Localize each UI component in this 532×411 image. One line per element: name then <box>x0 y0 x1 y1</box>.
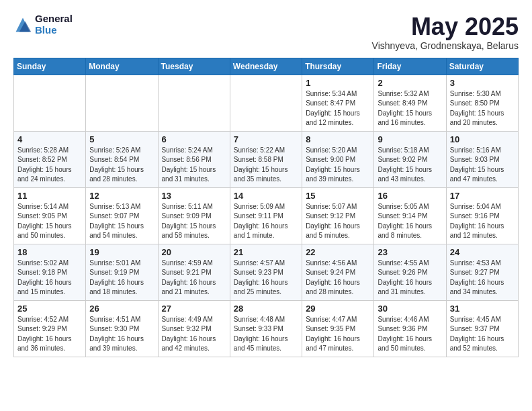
calendar-row: 18 Sunrise: 5:02 AM Sunset: 9:18 PM Dayl… <box>14 244 519 300</box>
sunset-text: Sunset: 9:24 PM <box>306 269 355 276</box>
table-row: 7 Sunrise: 5:22 AM Sunset: 8:58 PM Dayli… <box>230 131 302 187</box>
day-info: Sunrise: 4:48 AM Sunset: 9:33 PM Dayligh… <box>234 315 298 354</box>
header-friday: Friday <box>374 58 446 75</box>
daylight-text: Daylight: 15 hours and 50 minutes. <box>17 222 72 240</box>
day-number: 10 <box>450 134 515 144</box>
sunrise-text: Sunrise: 5:16 AM <box>450 146 501 154</box>
day-number: 26 <box>89 304 154 314</box>
day-info: Sunrise: 5:26 AM Sunset: 8:54 PM Dayligh… <box>89 146 154 185</box>
sunrise-text: Sunrise: 5:32 AM <box>378 90 429 97</box>
day-info: Sunrise: 5:13 AM Sunset: 9:07 PM Dayligh… <box>89 202 154 241</box>
daylight-text: Daylight: 15 hours and 16 minutes. <box>378 109 432 127</box>
daylight-text: Daylight: 15 hours and 24 minutes. <box>17 166 72 183</box>
daylight-text: Daylight: 16 hours and 21 minutes. <box>162 279 216 296</box>
sunset-text: Sunset: 9:23 PM <box>234 269 283 276</box>
day-number: 16 <box>378 191 442 201</box>
daylight-text: Daylight: 15 hours and 58 minutes. <box>162 222 216 240</box>
day-number: 14 <box>234 191 298 201</box>
table-row: 29 Sunrise: 4:47 AM Sunset: 9:35 PM Dayl… <box>302 300 374 357</box>
day-number: 15 <box>306 191 370 201</box>
sunset-text: Sunset: 9:37 PM <box>450 325 500 332</box>
daylight-text: Daylight: 16 hours and 34 minutes. <box>450 279 504 296</box>
sunset-text: Sunset: 8:54 PM <box>89 156 139 163</box>
sunset-text: Sunset: 9:00 PM <box>306 156 355 163</box>
day-number: 1 <box>306 78 370 88</box>
sunset-text: Sunset: 9:11 PM <box>234 212 283 220</box>
daylight-text: Daylight: 16 hours and 15 minutes. <box>17 279 72 296</box>
daylight-text: Daylight: 16 hours and 18 minutes. <box>89 279 144 296</box>
sunrise-text: Sunrise: 5:01 AM <box>89 259 140 267</box>
title-block: May 2025 Vishnyeva, Grodnenskaya, Belaru… <box>372 13 519 51</box>
sunset-text: Sunset: 8:49 PM <box>378 99 427 107</box>
table-row: 13 Sunrise: 5:11 AM Sunset: 9:09 PM Dayl… <box>158 187 230 244</box>
day-number: 12 <box>89 191 154 201</box>
sunrise-text: Sunrise: 4:56 AM <box>306 259 357 267</box>
table-row: 1 Sunrise: 5:34 AM Sunset: 8:47 PM Dayli… <box>302 75 374 131</box>
table-row: 23 Sunrise: 4:55 AM Sunset: 9:26 PM Dayl… <box>374 244 446 300</box>
sunrise-text: Sunrise: 5:02 AM <box>17 259 69 267</box>
sunset-text: Sunset: 9:33 PM <box>234 325 283 332</box>
day-number: 27 <box>162 304 226 314</box>
sunset-text: Sunset: 9:09 PM <box>162 212 212 220</box>
day-number: 8 <box>306 134 370 144</box>
sunset-text: Sunset: 9:02 PM <box>378 156 427 163</box>
sunrise-text: Sunrise: 5:14 AM <box>17 203 69 210</box>
sunset-text: Sunset: 9:05 PM <box>17 212 67 220</box>
daylight-text: Daylight: 16 hours and 47 minutes. <box>306 335 360 353</box>
sunset-text: Sunset: 9:30 PM <box>89 325 139 332</box>
table-row: 18 Sunrise: 5:02 AM Sunset: 9:18 PM Dayl… <box>14 244 86 300</box>
sunrise-text: Sunrise: 5:22 AM <box>234 146 285 154</box>
sunrise-text: Sunrise: 5:05 AM <box>378 203 429 210</box>
day-info: Sunrise: 4:57 AM Sunset: 9:23 PM Dayligh… <box>234 259 298 298</box>
table-row: 27 Sunrise: 4:49 AM Sunset: 9:32 PM Dayl… <box>158 300 230 357</box>
day-info: Sunrise: 5:18 AM Sunset: 9:02 PM Dayligh… <box>378 146 442 185</box>
day-info: Sunrise: 5:20 AM Sunset: 9:00 PM Dayligh… <box>306 146 370 185</box>
day-number: 13 <box>162 191 226 201</box>
sunset-text: Sunset: 9:12 PM <box>306 212 355 220</box>
day-number: 19 <box>89 247 154 257</box>
table-row <box>230 75 302 131</box>
table-row <box>86 75 158 131</box>
logo: General Blue <box>13 13 73 36</box>
calendar-table: Sunday Monday Tuesday Wednesday Thursday… <box>13 58 519 357</box>
sunrise-text: Sunrise: 5:24 AM <box>162 146 213 154</box>
day-number: 23 <box>378 247 442 257</box>
sunrise-text: Sunrise: 4:46 AM <box>378 316 429 323</box>
sunrise-text: Sunrise: 5:04 AM <box>450 203 501 210</box>
sunset-text: Sunset: 9:35 PM <box>306 325 355 332</box>
header-wednesday: Wednesday <box>230 58 302 75</box>
logo-icon <box>13 15 32 34</box>
sunset-text: Sunset: 8:52 PM <box>17 156 67 163</box>
sunset-text: Sunset: 9:29 PM <box>17 325 67 332</box>
logo-text: General Blue <box>35 13 73 36</box>
day-number: 25 <box>17 304 82 314</box>
calendar-title: May 2025 <box>372 13 519 40</box>
day-info: Sunrise: 4:45 AM Sunset: 9:37 PM Dayligh… <box>450 315 515 354</box>
day-number: 7 <box>234 134 298 144</box>
day-info: Sunrise: 5:22 AM Sunset: 8:58 PM Dayligh… <box>234 146 298 185</box>
daylight-text: Daylight: 15 hours and 20 minutes. <box>450 109 504 127</box>
sunset-text: Sunset: 9:14 PM <box>378 212 427 220</box>
day-number: 4 <box>17 134 82 144</box>
day-info: Sunrise: 4:56 AM Sunset: 9:24 PM Dayligh… <box>306 259 370 298</box>
daylight-text: Daylight: 16 hours and 8 minutes. <box>378 222 432 240</box>
sunset-text: Sunset: 9:21 PM <box>162 269 212 276</box>
sunrise-text: Sunrise: 5:07 AM <box>306 203 357 210</box>
sunset-text: Sunset: 9:03 PM <box>450 156 500 163</box>
daylight-text: Daylight: 15 hours and 35 minutes. <box>234 166 288 183</box>
day-info: Sunrise: 4:53 AM Sunset: 9:27 PM Dayligh… <box>450 259 515 298</box>
table-row: 21 Sunrise: 4:57 AM Sunset: 9:23 PM Dayl… <box>230 244 302 300</box>
day-info: Sunrise: 4:46 AM Sunset: 9:36 PM Dayligh… <box>378 315 442 354</box>
calendar-location: Vishnyeva, Grodnenskaya, Belarus <box>372 40 519 51</box>
sunset-text: Sunset: 9:16 PM <box>450 212 500 220</box>
table-row: 30 Sunrise: 4:46 AM Sunset: 9:36 PM Dayl… <box>374 300 446 357</box>
table-row: 15 Sunrise: 5:07 AM Sunset: 9:12 PM Dayl… <box>302 187 374 244</box>
header-sunday: Sunday <box>14 58 86 75</box>
sunset-text: Sunset: 9:19 PM <box>89 269 139 276</box>
header-tuesday: Tuesday <box>158 58 230 75</box>
sunset-text: Sunset: 9:18 PM <box>17 269 67 276</box>
sunrise-text: Sunrise: 5:20 AM <box>306 146 357 154</box>
day-info: Sunrise: 5:04 AM Sunset: 9:16 PM Dayligh… <box>450 202 515 241</box>
sunrise-text: Sunrise: 4:49 AM <box>162 316 213 323</box>
day-number: 31 <box>450 304 515 314</box>
